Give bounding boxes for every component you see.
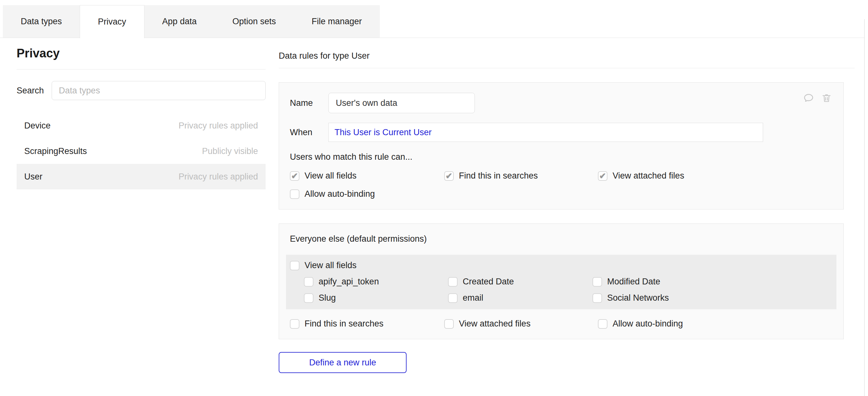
checkbox-find-in-searches-default[interactable]: Find this in searches — [290, 319, 444, 329]
default-permissions-card: Everyone else (default permissions) View… — [279, 223, 844, 339]
search-input[interactable] — [52, 81, 266, 100]
list-item-device[interactable]: Device Privacy rules applied — [17, 113, 266, 139]
data-type-list: Device Privacy rules applied ScrapingRes… — [17, 113, 266, 189]
trash-icon[interactable] — [821, 92, 832, 103]
comment-icon[interactable] — [803, 92, 814, 103]
main-panel: Data rules for type User Name — [279, 47, 855, 373]
tab-bar: Data types Privacy App data Option sets … — [3, 5, 380, 38]
checkbox-label: View all fields — [305, 171, 356, 181]
when-condition[interactable]: This User is Current User — [329, 123, 763, 142]
checkbox-label: View attached files — [613, 171, 684, 181]
checkbox-icon[interactable] — [448, 277, 458, 287]
checkbox-view-attached-files[interactable]: View attached files — [598, 171, 833, 181]
checkbox-icon[interactable] — [592, 277, 602, 287]
checkbox-allow-auto-binding[interactable]: Allow auto-binding — [290, 189, 444, 199]
checkbox-label: Allow auto-binding — [305, 189, 375, 199]
rule-when-row: When This User is Current User — [290, 123, 833, 142]
checkbox-label: Modified Date — [607, 277, 660, 287]
scrollbar-track[interactable] — [864, 19, 865, 396]
checkbox-find-in-searches[interactable]: Find this in searches — [444, 171, 598, 181]
list-item-user[interactable]: User Privacy rules applied — [17, 164, 266, 189]
checkbox-label: Social Networks — [607, 293, 669, 303]
checkbox-view-all-fields-default[interactable]: View all fields — [290, 261, 836, 270]
checkbox-icon[interactable] — [448, 293, 458, 303]
checkbox-allow-auto-binding-default[interactable]: Allow auto-binding — [598, 319, 833, 329]
rule-card: Name When This User is Current User User… — [279, 82, 844, 210]
define-new-rule-button[interactable]: Define a new rule — [279, 352, 407, 373]
checkbox-icon[interactable] — [598, 171, 608, 181]
tab-app-data[interactable]: App data — [145, 5, 215, 38]
checkbox-icon[interactable] — [290, 319, 300, 329]
checkbox-field-created-date[interactable]: Created Date — [448, 277, 592, 287]
field-checkbox-grid: apify_api_token Created Date Modified Da… — [290, 277, 836, 303]
default-permissions-grid: Find this in searches View attached file… — [290, 319, 833, 329]
checkbox-label: View all fields — [305, 261, 356, 270]
divider — [17, 69, 266, 69]
checkbox-icon[interactable] — [290, 261, 300, 270]
tab-privacy[interactable]: Privacy — [80, 5, 145, 38]
checkbox-label: Allow auto-binding — [613, 319, 683, 329]
checkbox-field-social-networks[interactable]: Social Networks — [592, 293, 836, 303]
checkbox-label: Find this in searches — [459, 171, 538, 181]
checkbox-icon[interactable] — [598, 319, 608, 329]
data-type-name: User — [24, 172, 42, 182]
checkbox-icon[interactable] — [444, 171, 454, 181]
checkbox-icon[interactable] — [290, 189, 300, 199]
checkbox-view-attached-files-default[interactable]: View attached files — [444, 319, 598, 329]
tab-data-types[interactable]: Data types — [3, 5, 80, 38]
name-label: Name — [290, 98, 329, 108]
default-permissions-title: Everyone else (default permissions) — [290, 234, 833, 244]
main-title: Data rules for type User — [279, 51, 855, 61]
rule-name-row: Name — [290, 93, 833, 113]
checkbox-field-modified-date[interactable]: Modified Date — [592, 277, 836, 287]
checkbox-icon[interactable] — [444, 319, 454, 329]
when-label: When — [290, 127, 329, 138]
rule-name-input[interactable] — [329, 93, 475, 113]
data-type-status: Privacy rules applied — [179, 172, 258, 182]
data-type-status: Publicly visible — [202, 146, 258, 156]
checkbox-view-all-fields[interactable]: View all fields — [290, 171, 444, 181]
tab-file-manager[interactable]: File manager — [294, 5, 380, 38]
fields-box: View all fields apify_api_token Created … — [286, 255, 836, 309]
when-condition-text: This User is Current User — [335, 127, 432, 138]
page-title: Privacy — [17, 47, 266, 60]
checkbox-label: Find this in searches — [305, 319, 383, 329]
list-item-scrapingresults[interactable]: ScrapingResults Publicly visible — [17, 139, 266, 164]
rule-card-actions — [803, 92, 832, 103]
checkbox-icon[interactable] — [304, 277, 313, 287]
permissions-intro: Users who match this rule can... — [290, 152, 833, 162]
search-row: Search — [17, 81, 266, 100]
search-label: Search — [17, 86, 44, 96]
checkbox-icon[interactable] — [592, 293, 602, 303]
sidebar: Privacy Search Device Privacy rules appl… — [17, 47, 266, 189]
checkbox-label: apify_api_token — [318, 277, 379, 287]
data-type-name: ScrapingResults — [24, 146, 87, 156]
checkbox-icon[interactable] — [290, 171, 300, 181]
data-type-status: Privacy rules applied — [179, 121, 258, 131]
checkbox-label: Slug — [318, 293, 336, 303]
rule-permissions: View all fields Find this in searches Vi… — [290, 171, 833, 199]
checkbox-label: Created Date — [463, 277, 514, 287]
checkbox-icon[interactable] — [304, 293, 313, 303]
checkbox-field-slug[interactable]: Slug — [304, 293, 448, 303]
data-type-name: Device — [24, 121, 51, 131]
checkbox-label: email — [463, 293, 484, 303]
checkbox-label: View attached files — [459, 319, 531, 329]
checkbox-field-apify-api-token[interactable]: apify_api_token — [304, 277, 448, 287]
checkbox-field-email[interactable]: email — [448, 293, 592, 303]
tab-option-sets[interactable]: Option sets — [215, 5, 294, 38]
